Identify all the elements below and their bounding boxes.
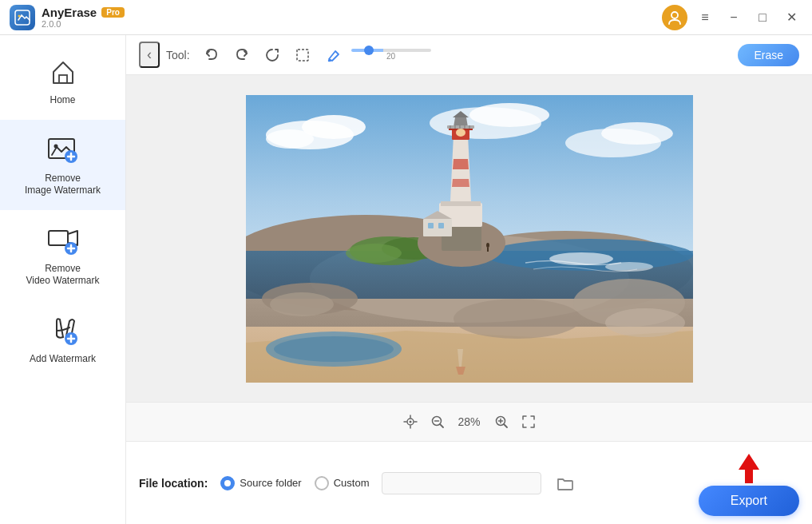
sidebar-item-add-watermark-label: Add Watermark — [30, 353, 96, 366]
custom-radio[interactable] — [315, 476, 329, 490]
svg-point-62 — [270, 292, 334, 316]
svg-point-26 — [605, 262, 653, 272]
svg-rect-3 — [59, 75, 67, 83]
svg-point-30 — [274, 336, 394, 362]
brush-size-slider-container: 20 — [351, 49, 431, 61]
svg-point-5 — [53, 144, 57, 148]
back-button[interactable]: ‹ — [139, 42, 160, 68]
title-bar-left: AnyErase Pro 2.0.0 — [10, 5, 125, 30]
source-folder-radio[interactable] — [220, 476, 235, 490]
svg-point-2 — [671, 12, 678, 18]
svg-point-66 — [409, 421, 411, 423]
svg-marker-43 — [452, 179, 469, 187]
svg-point-59 — [486, 243, 489, 248]
svg-point-1 — [18, 14, 21, 17]
svg-rect-10 — [297, 50, 308, 61]
pro-badge: Pro — [101, 7, 125, 18]
menu-button[interactable]: ≡ — [694, 6, 716, 29]
bottom-bar: 28% — [126, 402, 812, 441]
svg-marker-42 — [453, 159, 469, 169]
close-button[interactable]: ✕ — [780, 6, 802, 29]
app-logo — [10, 5, 35, 30]
fit-screen-button[interactable] — [517, 411, 540, 433]
sidebar: Home RemoveImage Watermark — [0, 35, 126, 524]
redo-button[interactable] — [230, 43, 254, 67]
svg-rect-7 — [49, 231, 68, 245]
main-container: Home RemoveImage Watermark — [0, 35, 812, 524]
slider-value: 20 — [386, 52, 395, 61]
sidebar-item-home-label: Home — [50, 94, 75, 107]
red-arrow-icon — [729, 450, 769, 486]
zoom-controls: 28% — [126, 406, 812, 438]
maximize-button[interactable]: □ — [751, 6, 774, 29]
user-avatar[interactable] — [662, 5, 687, 30]
canvas-area[interactable] — [126, 75, 812, 402]
sidebar-item-add-watermark[interactable]: Add Watermark — [0, 300, 125, 379]
home-icon — [46, 54, 81, 89]
app-name: AnyErase — [42, 6, 97, 19]
svg-point-33 — [605, 308, 685, 337]
file-location-bar: File location: Source folder Custom — [126, 441, 812, 524]
undo-button[interactable] — [200, 43, 224, 67]
sidebar-item-remove-video-label: RemoveVideo Watermark — [26, 263, 99, 288]
svg-marker-74 — [739, 454, 759, 483]
sidebar-item-remove-video[interactable]: RemoveVideo Watermark — [0, 210, 125, 300]
svg-rect-57 — [428, 223, 434, 228]
custom-option[interactable]: Custom — [315, 476, 370, 490]
svg-rect-49 — [447, 125, 474, 129]
browse-folder-button[interactable] — [554, 472, 576, 494]
minimize-button[interactable]: − — [723, 6, 745, 29]
pan-button[interactable] — [399, 411, 422, 433]
svg-point-16 — [469, 103, 549, 127]
lighthouse-image — [246, 95, 693, 383]
source-folder-option[interactable]: Source folder — [220, 476, 301, 490]
svg-rect-60 — [487, 248, 489, 252]
select-rect-button[interactable] — [291, 43, 315, 67]
reset-button[interactable] — [260, 43, 284, 67]
svg-point-36 — [346, 244, 402, 263]
file-location-label: File location: — [139, 477, 208, 490]
svg-rect-40 — [441, 201, 481, 206]
brush-button[interactable] — [321, 43, 345, 67]
sidebar-item-home[interactable]: Home — [0, 42, 125, 120]
title-bar-right: ≡ − □ ✕ — [662, 5, 802, 30]
zoom-out-button[interactable] — [426, 411, 449, 433]
svg-point-31 — [454, 299, 581, 339]
erase-button[interactable]: Erase — [738, 44, 799, 66]
radio-check-inner — [224, 480, 231, 486]
zoom-in-button[interactable] — [490, 411, 513, 433]
tool-label: Tool: — [166, 49, 190, 62]
remove-image-icon — [46, 133, 81, 168]
svg-point-18 — [601, 122, 673, 145]
svg-point-25 — [549, 252, 613, 265]
sidebar-item-remove-image-label: RemoveImage Watermark — [25, 173, 101, 197]
zoom-value: 28% — [454, 415, 485, 428]
source-folder-label: Source folder — [240, 477, 301, 489]
svg-point-14 — [266, 129, 314, 149]
svg-line-69 — [440, 424, 443, 427]
svg-point-48 — [456, 129, 465, 137]
svg-rect-55 — [423, 219, 452, 236]
content-panel: ‹ Tool: — [126, 35, 812, 524]
sidebar-item-remove-image[interactable]: RemoveImage Watermark — [0, 120, 125, 210]
export-section: Export — [699, 450, 799, 516]
add-watermark-icon — [46, 313, 81, 348]
svg-rect-58 — [438, 223, 444, 228]
custom-path-input[interactable] — [382, 472, 541, 494]
custom-label: Custom — [334, 477, 370, 489]
title-bar: AnyErase Pro 2.0.0 ≡ − □ ✕ — [0, 0, 812, 35]
export-button[interactable]: Export — [699, 486, 799, 516]
remove-video-icon — [46, 223, 81, 258]
file-location-left: File location: Source folder Custom — [139, 472, 576, 494]
svg-line-73 — [504, 424, 507, 427]
toolbar: ‹ Tool: — [126, 35, 812, 75]
app-version: 2.0.0 — [42, 19, 125, 29]
